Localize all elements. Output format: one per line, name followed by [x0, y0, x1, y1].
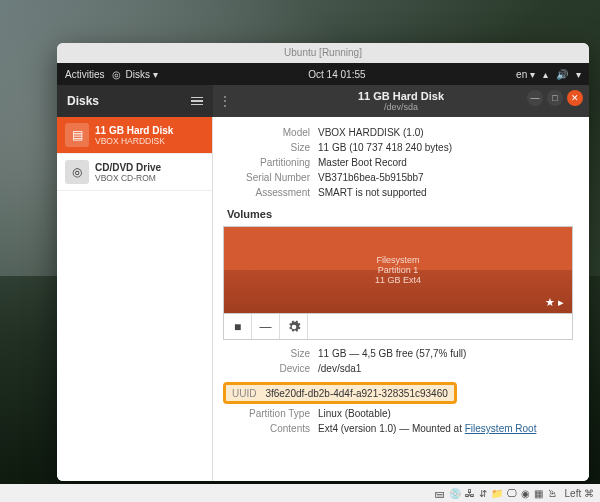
minimize-button[interactable]: — — [527, 90, 543, 106]
device-item-hdd[interactable]: ▤ 11 GB Hard Disk VBOX HARDDISK — [57, 117, 212, 154]
label-assessment: Assessment — [223, 187, 318, 198]
vm-cd-icon[interactable]: 💿 — [449, 488, 461, 499]
value-model: VBOX HARDDISK (1.0) — [318, 127, 573, 138]
power-icon[interactable]: ▾ — [576, 69, 581, 80]
vol-label-part: Partition 1 — [378, 265, 419, 275]
value-size: 11 GB (10 737 418 240 bytes) — [318, 142, 573, 153]
uuid-highlight: UUID 3f6e20df-db2b-4d4f-a921-328351c9346… — [223, 382, 457, 404]
value-serial: VB371b6bea-5b915bb7 — [318, 172, 573, 183]
contents-prefix: Ext4 (version 1.0) — Mounted at — [318, 423, 465, 434]
vm-hostkey: Left ⌘ — [565, 488, 594, 499]
clock[interactable]: Oct 14 01:55 — [308, 69, 365, 80]
label-serial: Serial Number — [223, 172, 318, 183]
device-title: CD/DVD Drive — [95, 162, 161, 173]
disks-window: Ubuntu [Running] Activities ◎ Disks ▾ Oc… — [57, 43, 589, 481]
vm-title: Ubuntu [Running] — [284, 47, 362, 58]
volume-gear-button[interactable] — [280, 314, 308, 339]
label-uuid: UUID — [232, 388, 262, 399]
cd-icon: ◎ — [65, 160, 89, 184]
value-ptype: Linux (Bootable) — [318, 408, 573, 419]
value-psize: 11 GB — 4,5 GB free (57,7% full) — [318, 348, 573, 359]
maximize-button[interactable]: □ — [547, 90, 563, 106]
unmount-button[interactable]: ■ — [224, 314, 252, 339]
label-model: Model — [223, 127, 318, 138]
app-menu-label: Disks ▾ — [125, 69, 157, 80]
volume-diagram[interactable]: Filesystem Partition 1 11 GB Ext4 ★ ▸ — [223, 226, 573, 314]
device-sidebar: ▤ 11 GB Hard Disk VBOX HARDDISK ◎ CD/DVD… — [57, 117, 213, 481]
filesystem-root-link[interactable]: Filesystem Root — [465, 423, 537, 434]
vol-star-icon: ★ ▸ — [545, 296, 564, 309]
main-header: ⋮ 11 GB Hard Disk /dev/sda — □ ✕ — [213, 85, 589, 117]
vm-mouse-icon[interactable]: 🖯 — [547, 488, 557, 499]
vm-shared-icon[interactable]: 📁 — [491, 488, 503, 499]
app-menu[interactable]: ◎ Disks ▾ — [112, 69, 157, 80]
activities-button[interactable]: Activities — [65, 69, 104, 80]
value-contents: Ext4 (version 1.0) — Mounted at Filesyst… — [318, 423, 573, 434]
gnome-topbar: Activities ◎ Disks ▾ Oct 14 01:55 en ▾ ▴… — [57, 63, 589, 85]
vm-hdd-icon[interactable]: 🖴 — [435, 488, 445, 499]
header-title: 11 GB Hard Disk — [358, 90, 444, 102]
value-partitioning: Master Boot Record — [318, 157, 573, 168]
volume-toolbar: ■ — — [223, 314, 573, 340]
label-ptype: Partition Type — [223, 408, 318, 419]
value-pdevice: /dev/sda1 — [318, 363, 573, 374]
vol-label-fs: Filesystem — [376, 255, 419, 265]
device-item-cd[interactable]: ◎ CD/DVD Drive VBOX CD-ROM — [57, 154, 212, 191]
close-button[interactable]: ✕ — [567, 90, 583, 106]
hamburger-icon[interactable] — [191, 97, 203, 106]
disks-icon: ◎ — [112, 69, 121, 80]
sidebar-title: Disks — [67, 94, 99, 108]
label-pdevice: Device — [223, 363, 318, 374]
value-assessment: SMART is not supported — [318, 187, 573, 198]
device-title: 11 GB Hard Disk — [95, 125, 173, 136]
hdd-icon: ▤ — [65, 123, 89, 147]
network-icon[interactable]: ▴ — [543, 69, 548, 80]
vol-label-size: 11 GB Ext4 — [375, 275, 421, 285]
vm-rec-icon[interactable]: ◉ — [521, 488, 530, 499]
vm-titlebar: Ubuntu [Running] — [57, 43, 589, 63]
input-lang[interactable]: en ▾ — [516, 69, 535, 80]
device-sub: VBOX HARDDISK — [95, 136, 173, 146]
label-size: Size — [223, 142, 318, 153]
label-psize: Size — [223, 348, 318, 359]
main-content: ModelVBOX HARDDISK (1.0) Size11 GB (10 7… — [213, 117, 589, 481]
value-uuid: 3f6e20df-db2b-4d4f-a921-328351c93460 — [265, 388, 447, 399]
vm-display-icon[interactable]: 🖵 — [507, 488, 517, 499]
volumes-heading: Volumes — [227, 208, 573, 220]
vm-net-icon[interactable]: 🖧 — [465, 488, 475, 499]
vm-cpu-icon[interactable]: ▦ — [534, 488, 543, 499]
header-subtitle: /dev/sda — [384, 102, 418, 112]
label-contents: Contents — [223, 423, 318, 434]
label-partitioning: Partitioning — [223, 157, 318, 168]
delete-button[interactable]: — — [252, 314, 280, 339]
app-headerbar: Disks ⋮ 11 GB Hard Disk /dev/sda — □ ✕ — [57, 85, 589, 117]
drive-menu-button[interactable]: ⋮ — [219, 94, 231, 108]
volume-icon[interactable]: 🔊 — [556, 69, 568, 80]
vm-statusbar: 🖴 💿 🖧 ⇵ 📁 🖵 ◉ ▦ 🖯 Left ⌘ — [0, 484, 600, 502]
vm-usb-icon[interactable]: ⇵ — [479, 488, 487, 499]
sidebar-header: Disks — [57, 85, 213, 117]
device-sub: VBOX CD-ROM — [95, 173, 161, 183]
